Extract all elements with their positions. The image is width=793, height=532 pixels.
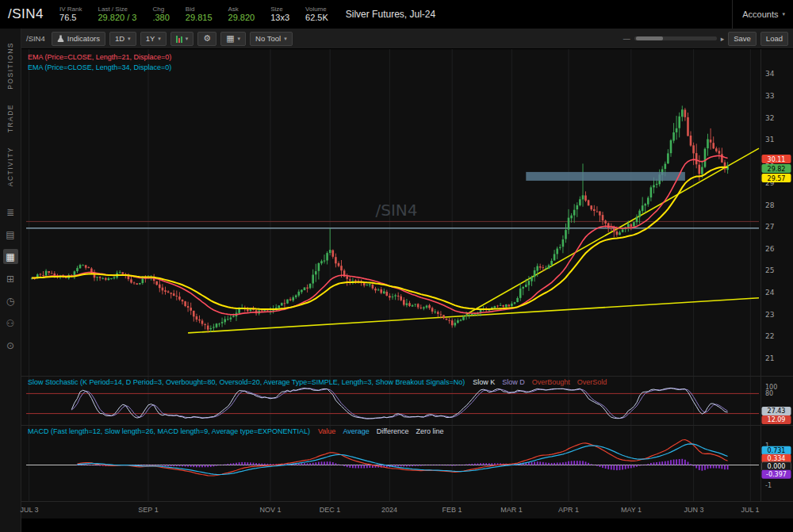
time-label-may-1: MAY 1 <box>619 506 643 514</box>
resistance-zone[interactable] <box>526 172 685 181</box>
community-icon[interactable]: ⚇ <box>3 316 18 331</box>
flask-icon <box>57 35 64 43</box>
indicators-label: Indicators <box>67 34 100 43</box>
chart-style-dropdown[interactable]: ▾ <box>170 32 194 46</box>
aggregation-value: 1D <box>115 34 125 43</box>
svg-text:25: 25 <box>765 266 774 274</box>
history-icon[interactable]: ◷ <box>3 293 18 308</box>
svg-text:33: 33 <box>765 92 774 100</box>
chevron-down-icon: ▾ <box>238 36 241 42</box>
svg-text:28: 28 <box>765 201 775 209</box>
stat-last-size: Last / Size 29.820 / 3 <box>98 6 137 24</box>
drawing-tool-dropdown[interactable]: No Tool ▾ <box>250 32 293 46</box>
time-label-mar-1: MAR 1 <box>500 506 523 514</box>
contract-title: Silver Futures, Jul-24 <box>346 9 435 20</box>
time-label-jun-3: JUN 3 <box>682 506 706 514</box>
stat-iv-rank: IV Rank 76.5 <box>59 6 82 24</box>
axis-bubble: 0.000 <box>762 462 791 471</box>
grid-quotes-icon[interactable]: ▤ <box>3 227 18 242</box>
candle-style-icon <box>176 35 182 43</box>
quote-header: /SIN4 IV Rank 76.5 Last / Size 29.820 / … <box>0 0 793 29</box>
stat-value: 29.820 <box>228 13 255 23</box>
range-dropdown[interactable]: 1Y ▾ <box>140 32 167 46</box>
stat-value: .380 <box>152 13 169 23</box>
chart-settings-button[interactable]: ⚙ <box>197 32 216 46</box>
scroll-right-icon[interactable]: ▸ <box>721 35 725 43</box>
load-button[interactable]: Load <box>760 32 788 46</box>
macd-panel: 10-10.7310.3340.000-0.397 MACD (Fast len… <box>21 425 793 501</box>
svg-text:24: 24 <box>765 289 775 297</box>
stat-label: Last / Size <box>98 6 137 13</box>
stochastic-panel: 1008020027.4312.09 Slow Stochastic (K Pe… <box>21 376 793 425</box>
svg-text:-1: -1 <box>765 482 772 489</box>
zoom-out-icon[interactable]: — <box>623 35 630 43</box>
stat-value: 13x3 <box>270 13 289 23</box>
svg-text:27: 27 <box>765 223 774 231</box>
axis-bubble: 29.57 <box>762 174 791 182</box>
chart-symbol-label: /SIN4 <box>26 34 45 43</box>
tab-activity[interactable]: ACTIVITY <box>6 140 14 193</box>
zoom-slider-handle[interactable] <box>636 36 663 40</box>
layout-dropdown[interactable]: ▦ ▾ <box>220 32 246 46</box>
time-label-nov-1: NOV 1 <box>259 506 282 514</box>
time-label-sep-1: SEP 1 <box>136 506 160 514</box>
svg-text:0.000: 0.000 <box>768 463 786 470</box>
svg-text:34: 34 <box>765 70 775 78</box>
tab-trade[interactable]: TRADE <box>6 97 14 140</box>
grid-lines <box>29 426 751 502</box>
drawing-tool-value: No Tool <box>255 34 281 43</box>
macd-chart[interactable]: 10-10.7310.3340.000-0.397 <box>21 426 793 502</box>
ema34-line <box>32 167 727 309</box>
stat-value: 62.5K <box>305 13 328 23</box>
save-label: Save <box>734 34 751 43</box>
chevron-down-icon: ▾ <box>158 36 161 42</box>
svg-text:21: 21 <box>765 354 774 362</box>
axis-bubble: 30.11 <box>762 155 791 163</box>
stat-label: Size <box>270 6 289 13</box>
svg-text:32: 32 <box>765 114 774 122</box>
chevron-down-icon: ▾ <box>128 36 131 42</box>
indicators-button[interactable]: Indicators <box>52 32 105 46</box>
time-axis[interactable]: JUL 3SEP 1NOV 1DEC 12024FEB 1MAR 1APR 1M… <box>21 501 793 519</box>
watchlist-icon[interactable]: ≣ <box>3 205 18 220</box>
price-panel: /SIN4343332313029282726252423222130.1129… <box>21 49 793 376</box>
trading-app: /SIN4 IV Rank 76.5 Last / Size 29.820 / … <box>0 0 793 532</box>
chart-icon[interactable]: ▦ <box>3 249 18 264</box>
svg-text:30.11: 30.11 <box>768 156 786 163</box>
stat-value: 29.815 <box>186 13 213 23</box>
stat-volume: Volume 62.5K <box>305 6 328 24</box>
axis-bubble: 29.82 <box>762 164 791 173</box>
svg-text:80: 80 <box>765 390 773 397</box>
stat-ask: Ask 29.820 <box>228 6 255 24</box>
stat-value: 76.5 <box>59 13 82 23</box>
rail-icons: ≣▤▦⊞◷⚇⊙ <box>3 205 18 353</box>
accounts-menu[interactable]: Accounts ▾ <box>732 0 785 29</box>
svg-text:0.731: 0.731 <box>768 447 786 454</box>
stochastic-chart[interactable]: 1008020027.4312.09 <box>21 377 793 426</box>
save-button[interactable]: Save <box>728 32 757 46</box>
price-chart[interactable]: /SIN4343332313029282726252423222130.1129… <box>21 49 793 376</box>
apps-icon[interactable]: ⊞ <box>3 271 18 286</box>
stat-value: 29.820 / 3 <box>98 13 137 23</box>
svg-text:27.43: 27.43 <box>768 408 786 415</box>
aggregation-dropdown[interactable]: 1D ▾ <box>109 32 136 46</box>
axis-bubble: -0.397 <box>762 470 791 479</box>
price-axis[interactable]: 3433323130292827262524232221 <box>765 70 775 362</box>
svg-text:23: 23 <box>765 311 774 319</box>
svg-text:29.57: 29.57 <box>768 175 786 182</box>
zoom-slider[interactable] <box>634 36 717 40</box>
tab-positions[interactable]: POSITIONS <box>6 35 14 97</box>
svg-text:26: 26 <box>765 245 775 253</box>
power-icon[interactable]: ⊙ <box>3 338 18 353</box>
header-symbol: /SIN4 <box>8 6 44 22</box>
stat-bid: Bid 29.815 <box>186 6 213 24</box>
time-label-2024: 2024 <box>377 506 401 514</box>
grid-layout-icon: ▦ <box>226 33 234 44</box>
svg-text:29.82: 29.82 <box>768 166 786 173</box>
svg-text:22: 22 <box>765 332 774 340</box>
gear-icon: ⚙ <box>203 33 211 44</box>
chevron-down-icon: ▾ <box>782 11 785 17</box>
macd-average-line <box>78 444 728 475</box>
time-label-jul-1: JUL 1 <box>738 506 762 514</box>
left-rail: POSITIONS TRADE ACTIVITY ≣▤▦⊞◷⚇⊙ <box>0 29 21 532</box>
